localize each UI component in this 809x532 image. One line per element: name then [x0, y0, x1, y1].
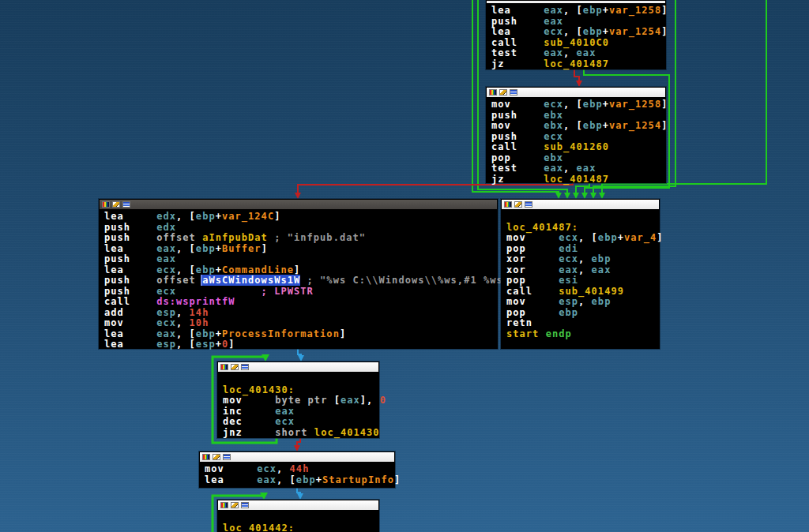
asm-line[interactable]: test eax, eax: [491, 48, 665, 59]
asm-line[interactable]: call sub_4010C0: [491, 38, 665, 49]
asm-line[interactable]: pop edi: [506, 244, 659, 255]
edit-node-icon[interactable]: [514, 201, 522, 208]
group-node-icon[interactable]: [241, 502, 249, 508]
graph-node-loc-401487[interactable]: loc_401487:mov ecx, [ebp+var_4]pop edixo…: [501, 199, 660, 349]
asm-line[interactable]: push eax: [491, 17, 665, 28]
asm-line[interactable]: mov ecx, 44h: [205, 464, 394, 475]
asm-token-m: lea: [491, 5, 544, 16]
asm-token-r: ecx: [156, 264, 176, 275]
group-node-icon[interactable]: [122, 201, 130, 208]
asm-line[interactable]: test eax, eax: [491, 163, 665, 174]
asm-line[interactable]: call ds:wsprintfW: [104, 297, 497, 308]
asm-token-m: push: [104, 222, 156, 233]
asm-token-r: ebp: [559, 307, 578, 318]
asm-line[interactable]: retn: [506, 318, 659, 329]
node-titlebar[interactable]: [200, 452, 394, 463]
asm-line[interactable]: push offset aWsCWindowsWs1W ; "%ws C:\\W…: [104, 275, 497, 287]
asm-line[interactable]: pop esi: [506, 275, 659, 287]
asm-line[interactable]: jz loc_401487: [491, 59, 665, 70]
asm-line[interactable]: lea eax, [ebp+ProcessInformation]: [104, 329, 497, 340]
asm-token-m: jnz: [223, 427, 275, 438]
asm-line[interactable]: mov byte ptr [eax], 0: [223, 395, 378, 406]
graph-node-loc-401430[interactable]: loc_401430:mov byte ptr [eax], 0inc eaxd…: [217, 362, 379, 438]
group-node-icon[interactable]: [510, 89, 517, 96]
asm-line[interactable]: mov ecx, 10h: [104, 318, 497, 329]
node-color-icon[interactable]: [489, 89, 497, 96]
edit-node-icon[interactable]: [499, 89, 507, 96]
node-color-icon[interactable]: [220, 502, 228, 508]
asm-line[interactable]: mov ecx, [ebp+var_4]: [506, 233, 659, 244]
node-color-icon[interactable]: [202, 454, 210, 460]
asm-token-r: ebp: [196, 328, 216, 339]
node-titlebar[interactable]: [218, 500, 378, 511]
asm-line[interactable]: call sub_401499: [506, 287, 659, 298]
asm-line[interactable]: push ecx: [491, 132, 665, 143]
edit-node-icon[interactable]: [231, 364, 239, 370]
asm-line[interactable]: lea eax, [ebp+StartupInfo]: [205, 475, 394, 486]
asm-line[interactable]: push edx: [104, 223, 497, 234]
asm-line[interactable]: loc_401487:: [506, 223, 659, 234]
asm-line[interactable]: lea edx, [ebp+var_124C]: [104, 212, 497, 223]
group-node-icon[interactable]: [525, 201, 532, 208]
node-titlebar[interactable]: [100, 200, 497, 210]
asm-line[interactable]: call sub_401260: [491, 142, 665, 153]
asm-token-v: ProcessInformation: [222, 328, 340, 339]
asm-token-r: eax: [544, 47, 563, 58]
asm-token-m: jz: [491, 174, 544, 185]
node-titlebar[interactable]: [502, 200, 659, 210]
asm-line[interactable]: mov esp, ebp: [506, 297, 659, 308]
asm-line[interactable]: lea ecx, [ebp+CommandLine]: [104, 265, 497, 276]
asm-line[interactable]: [223, 374, 378, 385]
asm-line[interactable]: lea eax, [ebp+Buffer]: [104, 244, 497, 255]
edit-node-icon[interactable]: [231, 502, 239, 508]
asm-token-d: 44h: [290, 463, 310, 474]
asm-line[interactable]: push offset aInfpubDat ; "infpub.dat": [104, 233, 497, 244]
asm-line[interactable]: [223, 512, 378, 523]
asm-token-m: mov: [223, 395, 275, 406]
node-color-icon[interactable]: [220, 364, 228, 370]
edge-top-jz-true-arrowhead: [581, 193, 588, 199]
group-node-icon[interactable]: [241, 364, 249, 370]
node-color-icon[interactable]: [102, 201, 110, 208]
asm-line[interactable]: mov ecx, [ebp+var_1258]: [491, 99, 665, 111]
asm-line[interactable]: [506, 212, 659, 223]
asm-token-r: ecx: [156, 317, 176, 328]
asm-line[interactable]: lea eax, [ebp+var_1258]: [491, 6, 665, 17]
node-titlebar[interactable]: [487, 88, 665, 98]
asm-token-v: var_1258: [609, 99, 661, 110]
node-color-icon[interactable]: [504, 201, 512, 208]
asm-token-v: var_1254: [609, 26, 661, 37]
asm-line[interactable]: pop ebp: [506, 308, 659, 319]
asm-line[interactable]: xor ecx, ebp: [506, 254, 659, 265]
graph-node-loc-401442[interactable]: loc_401442:: [217, 500, 379, 532]
asm-token-w: ]: [394, 474, 401, 485]
asm-line[interactable]: pop ebx: [491, 153, 665, 164]
graph-node-top-call-sub4010C0[interactable]: lea eax, [ebp+var_1258]push eaxlea ecx, …: [486, 0, 666, 69]
node-titlebar[interactable]: [218, 362, 378, 373]
edit-node-icon[interactable]: [112, 201, 120, 208]
asm-line[interactable]: lea ecx, [ebp+var_1254]: [491, 27, 665, 38]
asm-line[interactable]: start endp: [506, 329, 659, 340]
asm-line[interactable]: push eax: [104, 254, 497, 265]
asm-line[interactable]: jnz short loc_401430: [223, 428, 378, 439]
asm-line[interactable]: push ecx ; LPWSTR: [104, 287, 497, 298]
asm-line[interactable]: xor eax, eax: [506, 265, 659, 276]
asm-line[interactable]: jz loc_401487: [491, 174, 665, 185]
asm-line[interactable]: dec ecx: [223, 417, 378, 428]
asm-line[interactable]: loc_401430:: [223, 385, 378, 396]
graph-node-startupinfo[interactable]: mov ecx, 44hlea eax, [ebp+StartupInfo]: [199, 451, 395, 488]
graph-node-wsprintf-block[interactable]: lea edx, [ebp+var_124C]push edxpush offs…: [99, 199, 498, 349]
edge-fallthrough-to-loop2-arrowhead: [297, 493, 303, 500]
asm-line[interactable]: mov ebx, [ebp+var_1254]: [491, 121, 665, 132]
asm-line[interactable]: push ebx: [491, 111, 665, 122]
graph-node-call-sub401260[interactable]: mov ecx, [ebp+var_1258]push ebxmov ebx, …: [486, 87, 666, 183]
asm-line[interactable]: lea esp, [esp+0]: [104, 339, 497, 350]
graph-canvas[interactable]: lea eax, [ebp+var_1258]push eaxlea ecx, …: [0, 0, 809, 532]
asm-token-m: mov: [104, 317, 156, 328]
asm-token-m: lea: [104, 328, 156, 339]
asm-line[interactable]: inc eax: [223, 406, 378, 418]
group-node-icon[interactable]: [223, 454, 231, 460]
asm-line[interactable]: add esp, 14h: [104, 308, 497, 319]
edit-node-icon[interactable]: [213, 454, 220, 460]
asm-line[interactable]: loc_401442:: [223, 523, 378, 532]
